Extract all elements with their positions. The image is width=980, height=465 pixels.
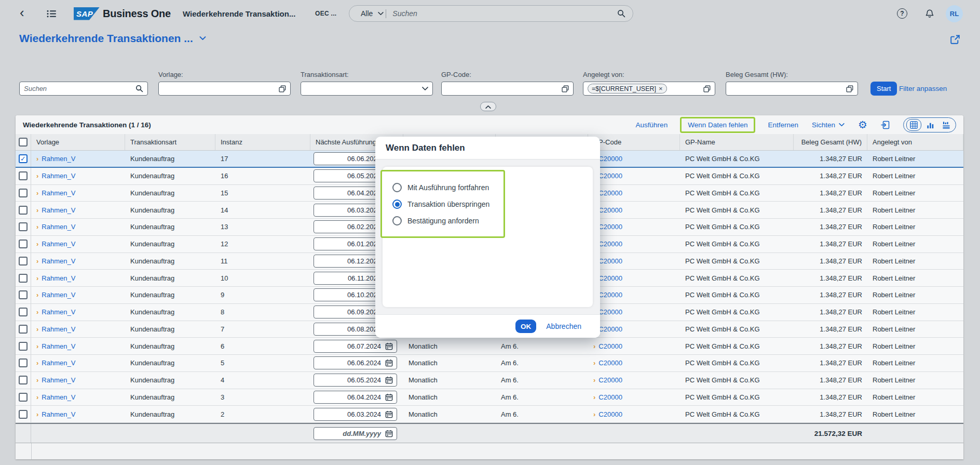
chevron-down-icon[interactable] <box>199 36 206 41</box>
next-date-input[interactable]: 06.05.2024 <box>314 374 397 387</box>
list-menu-icon[interactable] <box>47 0 57 27</box>
share-export-icon[interactable] <box>950 34 960 45</box>
help-icon[interactable]: ? <box>897 0 907 27</box>
ok-button[interactable]: OK <box>515 320 536 333</box>
row-checkbox[interactable] <box>19 240 28 248</box>
back-icon[interactable]: ‹ <box>20 0 24 27</box>
vorlage-link[interactable]: Rahmen_V <box>42 410 75 418</box>
filter-beleg-gesamt-input[interactable] <box>726 82 858 96</box>
vorlage-link[interactable]: Rahmen_V <box>42 342 75 350</box>
vorlage-field[interactable] <box>163 85 279 92</box>
radio-option[interactable]: Transaktion überspringen <box>392 196 503 212</box>
table-row[interactable]: ›Rahmen_V Kundenauftrag 6 06.07.2024 Mon… <box>16 338 963 355</box>
transaktionsart-field[interactable] <box>305 85 422 92</box>
gp-code-link[interactable]: C20000 <box>598 359 622 367</box>
row-checkbox[interactable] <box>19 376 28 384</box>
row-checkbox[interactable] <box>19 308 28 316</box>
chart-table-view-icon[interactable] <box>942 121 950 129</box>
row-checkbox[interactable] <box>19 171 28 180</box>
gp-code-link[interactable]: C20000 <box>598 393 622 401</box>
column-header[interactable]: GP-Code <box>588 134 680 150</box>
table-search-field[interactable] <box>24 85 135 92</box>
vorlage-link[interactable]: Rahmen_V <box>42 189 75 197</box>
entfernen-button[interactable]: Entfernen <box>768 121 798 129</box>
gp-code-link[interactable]: C20000 <box>598 376 622 384</box>
beleg-gesamt-field[interactable] <box>730 85 846 92</box>
value-help-icon[interactable] <box>846 85 853 92</box>
row-checkbox[interactable] <box>19 325 28 334</box>
column-header[interactable]: Instanz <box>215 134 310 150</box>
next-date-input[interactable]: 06.04.2024 <box>314 391 397 404</box>
value-help-icon[interactable] <box>562 85 569 92</box>
filter-angelegt-von-input[interactable]: =$[CURRENT_USER]× <box>583 82 715 96</box>
export-spreadsheet-icon[interactable] <box>881 121 890 129</box>
gp-code-link[interactable]: C20000 <box>598 189 622 197</box>
notifications-bell-icon[interactable] <box>925 0 934 27</box>
row-checkbox[interactable] <box>19 206 28 215</box>
wenn-daten-fehlen-button[interactable]: Wenn Daten fehlen <box>680 117 755 133</box>
search-icon[interactable] <box>617 9 625 18</box>
next-date-input[interactable]: 06.07.2024 <box>314 340 397 353</box>
table-row[interactable]: ›Rahmen_V Kundenauftrag 4 06.05.2024 Mon… <box>16 372 963 389</box>
gp-code-link[interactable]: C20000 <box>598 257 622 265</box>
ausfuehren-button[interactable]: Ausführen <box>636 121 668 129</box>
gp-code-link[interactable]: C20000 <box>598 291 622 299</box>
row-checkbox[interactable] <box>19 290 28 299</box>
vorlage-link[interactable]: Rahmen_V <box>42 376 75 384</box>
gp-code-link[interactable]: C20000 <box>598 410 622 418</box>
footer-date-input[interactable]: dd.MM.yyyy <box>314 427 397 440</box>
radio-option[interactable]: Mit Ausführung fortfahren <box>392 179 503 196</box>
table-row[interactable]: ›Rahmen_V Kundenauftrag 2 06.03.2024 Mon… <box>16 406 963 423</box>
global-search[interactable]: Alle Suchen <box>349 5 633 22</box>
filter-vorlage-input[interactable] <box>158 82 291 96</box>
gp-code-field[interactable] <box>446 85 562 92</box>
global-search-input[interactable]: Suchen <box>392 9 617 18</box>
vorlage-link[interactable]: Rahmen_V <box>42 308 75 316</box>
vorlage-link[interactable]: Rahmen_V <box>42 257 75 265</box>
column-header[interactable]: GP-Name <box>680 134 794 150</box>
row-checkbox[interactable] <box>19 358 28 367</box>
row-checkbox[interactable] <box>19 154 28 163</box>
sichten-menu-button[interactable]: Sichten <box>812 121 845 129</box>
row-checkbox[interactable] <box>19 274 28 283</box>
adapt-filters-link[interactable]: Filter anpassen <box>899 85 947 92</box>
token-remove-icon[interactable]: × <box>659 85 663 92</box>
cancel-button[interactable]: Abbrechen <box>546 322 581 330</box>
value-help-icon[interactable] <box>703 85 711 92</box>
vorlage-link[interactable]: Rahmen_V <box>42 359 75 367</box>
next-date-input[interactable]: 06.06.2024 <box>314 356 397 369</box>
collapse-filter-bar-button[interactable] <box>480 102 496 111</box>
column-header[interactable]: Angelegt von <box>867 134 963 150</box>
filter-transaktionsart-select[interactable] <box>301 82 433 96</box>
vorlage-link[interactable]: Rahmen_V <box>42 393 75 401</box>
search-icon[interactable] <box>135 85 143 92</box>
gp-code-link[interactable]: C20000 <box>598 206 622 214</box>
gp-code-link[interactable]: C20000 <box>598 172 622 180</box>
row-checkbox[interactable] <box>19 393 28 402</box>
gp-code-link[interactable]: C20000 <box>598 240 622 248</box>
gp-code-link[interactable]: C20000 <box>598 223 622 231</box>
gp-code-link[interactable]: C20000 <box>598 155 622 163</box>
select-all-checkbox[interactable] <box>19 138 28 147</box>
start-button[interactable]: Start <box>870 82 897 96</box>
value-help-icon[interactable] <box>279 85 286 92</box>
vorlage-link[interactable]: Rahmen_V <box>42 325 75 333</box>
gp-code-link[interactable]: C20000 <box>598 274 622 282</box>
vorlage-link[interactable]: Rahmen_V <box>42 240 75 248</box>
vorlage-link[interactable]: Rahmen_V <box>42 155 75 163</box>
page-title[interactable]: Wiederkehrende Transaktionen ... <box>19 32 206 45</box>
radio-option[interactable]: Bestätigung anfordern <box>392 212 503 229</box>
chevron-down-icon[interactable] <box>422 87 428 91</box>
gp-code-link[interactable]: C20000 <box>598 325 622 333</box>
table-row[interactable]: ›Rahmen_V Kundenauftrag 3 06.04.2024 Mon… <box>16 389 963 406</box>
vorlage-link[interactable]: Rahmen_V <box>42 206 75 214</box>
table-row[interactable]: ›Rahmen_V Kundenauftrag 5 06.06.2024 Mon… <box>16 355 963 372</box>
next-date-input[interactable]: 06.03.2024 <box>314 408 397 421</box>
user-avatar[interactable]: RL <box>946 5 963 22</box>
current-user-token[interactable]: =$[CURRENT_USER]× <box>588 84 667 94</box>
vorlage-link[interactable]: Rahmen_V <box>42 172 75 180</box>
vorlage-link[interactable]: Rahmen_V <box>42 291 75 299</box>
column-header[interactable]: Transaktionsart <box>125 134 215 150</box>
row-checkbox[interactable] <box>19 257 28 265</box>
settings-gear-icon[interactable]: ⚙ <box>858 119 867 130</box>
